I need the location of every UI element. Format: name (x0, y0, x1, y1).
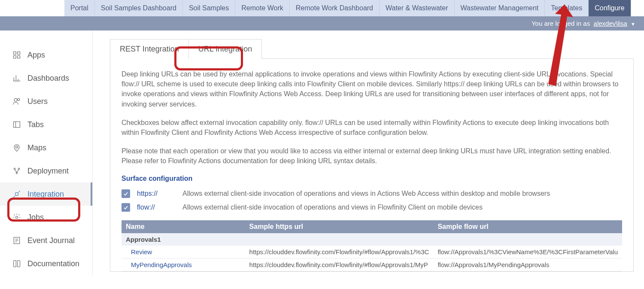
https-checkbox[interactable] (122, 189, 130, 198)
svg-rect-10 (14, 122, 20, 127)
topnav-item-wastewater-management[interactable]: Wastewater Management (455, 0, 545, 16)
flow-checkbox-label: flow:// (137, 204, 176, 211)
flow-checkbox-desc: Allows external client-side invocation o… (182, 204, 483, 211)
svg-rect-1 (18, 52, 20, 55)
sidebar-item-label: Dashboards (27, 74, 69, 83)
sidebar-item-integration[interactable]: Integration (0, 183, 92, 206)
sidebar-item-label: Documentation (27, 259, 79, 268)
svg-rect-3 (18, 56, 20, 58)
https-checkbox-desc: Allows external client-side invocation o… (182, 190, 550, 198)
top-nav: Portal Soil Samples Dashboard Soil Sampl… (0, 0, 644, 16)
row-https-url: https://clouddev.flowfinity.com/Flowfini… (245, 246, 434, 259)
topnav-item-configure[interactable]: Configure (589, 0, 631, 16)
topnav-item-soil-samples-dashboard[interactable]: Soil Samples Dashboard (95, 0, 183, 16)
gear-icon (12, 213, 21, 222)
sidebar-item-label: Apps (27, 51, 45, 60)
users-icon (12, 97, 21, 106)
surface-config-title: Surface configuration (122, 175, 622, 183)
username-link[interactable]: alexdev\lisa (594, 20, 627, 27)
plug-icon (12, 189, 21, 199)
row-flow-url: flow://Approvals1/%3CViewName%3E/%3CFirs… (433, 246, 622, 259)
sidebar-item-label: Maps (27, 143, 46, 152)
book-icon (12, 259, 21, 268)
url-table: Name Sample https url Sample flow url Ap… (122, 220, 622, 271)
row-flow-url: flow://Approvals1/MyPendingApprovals (433, 258, 622, 271)
topnav-item-portal[interactable]: Portal (64, 0, 95, 16)
deploy-icon (12, 166, 21, 176)
pin-icon (12, 143, 21, 152)
row-name-link[interactable]: Review (122, 246, 245, 259)
https-checkbox-label: https:// (137, 190, 176, 198)
svg-point-19 (16, 216, 18, 219)
sidebar-item-dashboards[interactable]: Dashboards (0, 67, 92, 90)
topnav-item-remote-work-dashboard[interactable]: Remote Work Dashboard (290, 0, 380, 16)
sidebar-item-documentation[interactable]: Documentation (0, 252, 92, 275)
sidebar: Apps Dashboards Users Tabs Maps (0, 30, 93, 275)
svg-point-9 (18, 98, 20, 100)
check-row-flow: flow:// Allows external client-side invo… (122, 203, 622, 212)
barchart-icon (12, 73, 21, 83)
sidebar-item-deployment[interactable]: Deployment (0, 159, 92, 183)
user-bar: You are logged in as alexdev\lisa ▼ (0, 16, 644, 30)
sidebar-item-label: Tabs (27, 120, 44, 129)
svg-point-14 (18, 168, 19, 169)
col-name: Name (122, 220, 245, 233)
intro-paragraph-1: Deep linking URLs can be used by externa… (122, 69, 622, 109)
sidebar-item-label: Deployment (27, 167, 69, 176)
sidebar-item-label: Integration (27, 190, 64, 199)
grid-icon (12, 50, 21, 60)
sidebar-item-jobs[interactable]: Jobs (0, 206, 92, 229)
panel-icon (12, 120, 21, 129)
svg-point-15 (16, 172, 17, 173)
topnav-item-soil-samples[interactable]: Soil Samples (183, 0, 235, 16)
tab-rest-integration[interactable]: REST Integration (110, 40, 189, 59)
sidebar-item-label: Jobs (27, 213, 44, 222)
url-integration-panel: Deep linking URLs can be used by externa… (110, 58, 634, 272)
svg-line-16 (15, 170, 17, 173)
group-row: Approvals1 (122, 233, 622, 246)
sidebar-item-label: Event Journal (27, 236, 75, 245)
svg-point-13 (14, 168, 15, 169)
flow-checkbox[interactable] (122, 203, 130, 212)
sidebar-item-users[interactable]: Users (0, 90, 92, 113)
sidebar-item-apps[interactable]: Apps (0, 43, 92, 67)
svg-point-8 (14, 98, 17, 101)
user-menu-caret-icon[interactable]: ▼ (631, 21, 635, 27)
sidebar-item-tabs[interactable]: Tabs (0, 113, 92, 136)
topnav-item-templates[interactable]: Templates (545, 0, 589, 16)
svg-point-12 (16, 146, 18, 148)
topnav-item-remote-work[interactable]: Remote Work (235, 0, 290, 16)
journal-icon (12, 236, 21, 245)
main-content: REST Integration URL Integration Deep li… (93, 30, 644, 275)
topnav-item-water-wastewater[interactable]: Water & Wastewater (380, 0, 455, 16)
logged-in-label: You are logged in as (532, 20, 590, 27)
intro-paragraph-2: Checkboxes below affect external invocat… (122, 118, 622, 137)
check-row-https: https:// Allows external client-side inv… (122, 189, 622, 198)
col-flow: Sample flow url (433, 220, 622, 233)
intro-paragraph-3: Please note that each operation or view … (122, 146, 622, 166)
sidebar-item-event-journal[interactable]: Event Journal (0, 229, 92, 252)
svg-line-17 (17, 170, 19, 173)
sidebar-item-label: Users (27, 97, 48, 106)
integration-tabs: REST Integration URL Integration (110, 39, 262, 59)
svg-rect-2 (14, 56, 16, 58)
sidebar-item-maps[interactable]: Maps (0, 136, 92, 159)
svg-rect-0 (14, 52, 16, 55)
row-name-link[interactable]: MyPendingApprovals (122, 258, 245, 271)
col-https: Sample https url (245, 220, 434, 233)
svg-rect-18 (15, 193, 18, 196)
row-https-url: https://clouddev.flowfinity.com/Flowfini… (245, 258, 434, 271)
tab-url-integration[interactable]: URL Integration (189, 40, 261, 59)
